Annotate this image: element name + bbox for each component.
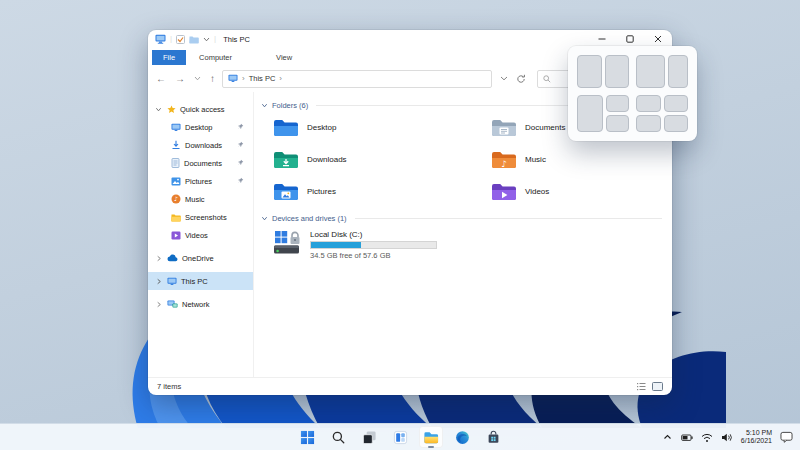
wifi-icon[interactable] [701,432,713,443]
sidebar-item-label: Videos [185,231,208,240]
system-tray: 5:10 PM 6/16/2021 [662,424,793,450]
refresh-icon[interactable] [516,74,526,84]
app-icon [155,34,166,44]
breadcrumb[interactable]: This PC [249,74,276,83]
edge-button[interactable] [450,426,474,448]
snap-zone[interactable] [577,55,602,88]
snap-layout-four-quadrants[interactable] [636,95,688,133]
back-arrow-icon[interactable]: ← [156,73,166,84]
properties-icon[interactable] [176,35,185,44]
sidebar-item-screenshots[interactable]: Screenshots [148,208,253,226]
address-dropdown-icon[interactable] [500,76,508,81]
sidebar-item-onedrive[interactable]: OneDrive [148,249,253,267]
search-button[interactable] [326,426,350,448]
taskbar-clock[interactable]: 5:10 PM 6/16/2021 [741,429,772,446]
hidden-icons-chevron-icon[interactable] [662,432,673,442]
chevron-down-icon[interactable] [155,106,162,113]
breadcrumb-separator: › [242,74,245,83]
address-bar[interactable]: › This PC › [222,70,492,88]
folder-item-label: Pictures [307,187,336,196]
forward-arrow-icon[interactable]: → [175,73,185,84]
snap-zone[interactable] [664,95,689,112]
start-button[interactable] [295,426,319,448]
drive-item-local-disk-c[interactable]: Local Disk (C:) 34.5 GB free of 57.6 GB [273,230,662,260]
svg-text:♪: ♪ [174,195,178,202]
snap-zone[interactable] [606,95,630,112]
folder-item-label: Downloads [307,155,347,164]
snap-zone[interactable] [577,95,603,133]
chevron-right-icon[interactable] [156,278,162,285]
snap-zone[interactable] [605,55,630,88]
sidebar-item-network[interactable]: Network [148,295,253,313]
large-icons-view-icon[interactable] [652,382,663,391]
this-pc-icon [228,74,238,83]
snap-zone[interactable] [636,95,661,112]
snap-zone[interactable] [668,55,688,88]
snap-layout-left-half-right-stacked[interactable] [577,95,629,133]
sidebar-item-label: Quick access [180,105,225,114]
sidebar-item-quick-access[interactable]: Quick access [148,100,253,118]
windows-start-icon [300,430,315,445]
group-label: Devices and drives (1) [272,214,347,223]
pin-icon [237,177,244,184]
widgets-button[interactable] [388,426,412,448]
snap-layout-two-columns-wide-left[interactable] [636,55,688,88]
snap-zone[interactable] [606,115,630,132]
sidebar-item-videos[interactable]: Videos [148,226,253,244]
snap-zone[interactable] [636,115,661,132]
nav-arrows: ← → ↑ [156,73,215,84]
notifications-bubble-icon[interactable] [780,431,793,443]
sidebar-item-documents[interactable]: Documents [148,154,253,172]
task-view-icon [362,430,377,445]
folder-item-downloads[interactable]: Downloads [273,149,491,170]
sidebar-item-downloads[interactable]: Downloads [148,136,253,154]
folder-item-music[interactable]: ♪ Music [491,149,662,170]
chevron-right-icon[interactable] [156,301,162,308]
folder-pictures-icon [273,182,299,202]
sidebar-item-label: Network [182,300,210,309]
cloud-icon [167,254,178,262]
up-arrow-icon[interactable]: ↑ [210,73,215,84]
items-count: 7 items [157,382,181,391]
folder-item-desktop[interactable]: Desktop [273,117,491,138]
chevron-right-icon[interactable] [156,255,162,262]
chevron-down-icon[interactable] [261,215,268,222]
star-icon [167,105,176,114]
sidebar-item-label: Screenshots [185,213,227,222]
clock-time: 5:10 PM [741,429,772,438]
battery-icon[interactable] [681,432,693,443]
snap-layouts-flyout [568,46,697,141]
folder-item-videos[interactable]: Videos [491,181,662,202]
volume-icon[interactable] [721,432,733,443]
folder-music-icon: ♪ [491,150,517,170]
sidebar-item-label: This PC [181,277,208,286]
group-header-devices[interactable]: Devices and drives (1) [261,214,662,223]
chevron-down-icon[interactable] [261,102,268,109]
task-view-button[interactable] [357,426,381,448]
sidebar-item-desktop[interactable]: Desktop [148,118,253,136]
sidebar-item-pictures[interactable]: Pictures [148,172,253,190]
snap-zone[interactable] [664,115,689,132]
tab-view[interactable]: View [265,50,303,65]
sidebar-item-this-pc[interactable]: This PC [148,272,253,290]
drive-info: Local Disk (C:) 34.5 GB free of 57.6 GB [310,230,437,260]
group-rule [355,218,662,219]
folder-item-pictures[interactable]: Pictures [273,181,491,202]
store-button[interactable] [481,426,505,448]
snap-layout-two-columns-equal[interactable] [577,55,629,88]
sidebar-item-music[interactable]: ♪ Music [148,190,253,208]
video-icon [171,231,181,240]
details-view-icon[interactable] [637,382,646,391]
tab-file[interactable]: File [152,50,186,65]
tab-computer[interactable]: Computer [188,50,243,65]
folder-desktop-icon [273,118,299,138]
snap-zone[interactable] [636,55,665,88]
recent-locations-dropdown-icon[interactable] [194,76,201,81]
file-explorer-button[interactable] [419,426,443,448]
qat-dropdown-icon[interactable] [203,37,210,42]
breadcrumb-separator: › [279,74,282,83]
new-folder-icon[interactable] [189,35,199,44]
minimize-icon [598,35,606,43]
folder-item-label: Desktop [307,123,336,132]
maximize-icon [626,35,634,43]
